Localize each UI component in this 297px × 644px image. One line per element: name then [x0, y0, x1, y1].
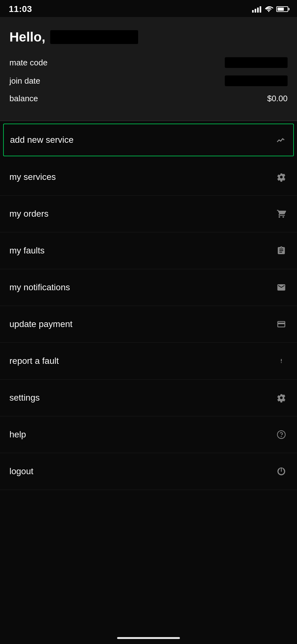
menu-item-logout[interactable]: logout	[0, 453, 297, 490]
power-icon	[275, 465, 288, 478]
menu-item-settings[interactable]: settings	[0, 380, 297, 416]
my-faults-label: my faults	[9, 246, 45, 256]
menu-item-add-new-service[interactable]: add new service	[3, 124, 294, 156]
balance-label: balance	[9, 94, 38, 103]
menu-item-help[interactable]: help	[0, 416, 297, 453]
signal-icon	[252, 6, 261, 13]
menu-section: add new service my services my orders my…	[0, 124, 297, 490]
header-divider	[0, 120, 297, 121]
settings-gear-icon	[275, 391, 288, 404]
menu-item-my-services[interactable]: my services	[0, 159, 297, 196]
card-icon	[275, 318, 288, 330]
balance-row: balance $0.00	[9, 94, 288, 103]
hello-row: Hello,	[9, 30, 288, 45]
greeting-text: Hello,	[9, 30, 45, 45]
cart-icon	[275, 208, 288, 220]
mate-code-label: mate code	[9, 58, 47, 68]
update-payment-label: update payment	[9, 319, 73, 329]
battery-icon	[276, 6, 288, 12]
mail-icon	[275, 281, 288, 294]
my-services-label: my services	[9, 172, 56, 182]
status-time: 11:03	[9, 4, 32, 14]
help-label: help	[9, 430, 26, 440]
menu-item-my-orders[interactable]: my orders	[0, 196, 297, 232]
clipboard-icon	[275, 244, 288, 257]
add-new-service-label: add new service	[10, 135, 73, 145]
join-date-value-redacted	[225, 75, 288, 86]
my-notifications-label: my notifications	[9, 282, 70, 292]
join-date-label: join date	[9, 76, 40, 86]
status-bar: 11:03	[0, 0, 297, 17]
trend-icon	[274, 134, 287, 146]
help-icon	[275, 428, 288, 441]
status-icons	[252, 5, 288, 13]
header-section: Hello, mate code join date balance $0.00	[0, 17, 297, 120]
user-name-redacted	[50, 30, 138, 44]
exclaim-icon	[275, 355, 288, 367]
wifi-icon	[264, 5, 273, 13]
my-orders-label: my orders	[9, 209, 48, 219]
balance-value: $0.00	[267, 94, 288, 103]
join-date-row: join date	[9, 75, 288, 86]
mate-code-value-redacted	[225, 57, 288, 68]
menu-item-update-payment[interactable]: update payment	[0, 306, 297, 343]
menu-item-my-notifications[interactable]: my notifications	[0, 269, 297, 306]
menu-item-report-a-fault[interactable]: report a fault	[0, 343, 297, 380]
mate-code-row: mate code	[9, 57, 288, 68]
home-indicator	[117, 637, 180, 639]
settings-label: settings	[9, 393, 40, 403]
svg-point-0	[278, 431, 285, 439]
logout-label: logout	[9, 466, 33, 476]
menu-item-my-faults[interactable]: my faults	[0, 232, 297, 269]
gear-icon	[275, 171, 288, 183]
report-a-fault-label: report a fault	[9, 356, 59, 366]
